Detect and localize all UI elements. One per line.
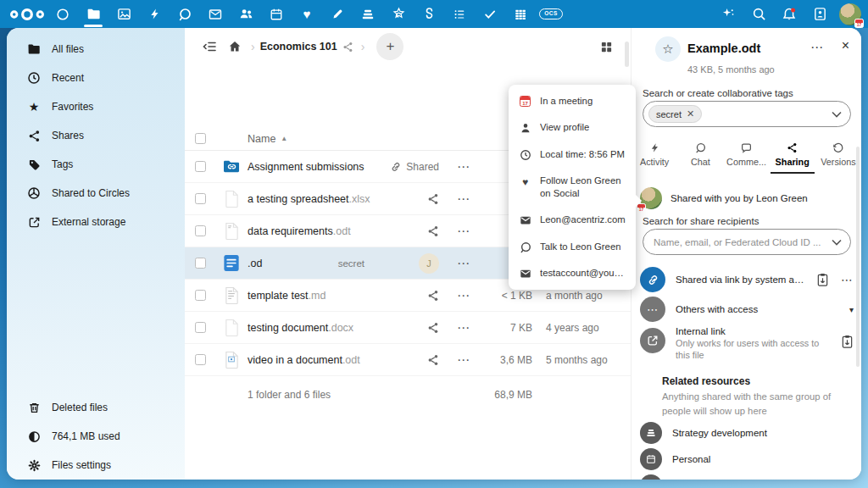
deck-icon[interactable]	[353, 0, 383, 28]
sidebar-item-quota[interactable]: 764,1 MB used	[7, 422, 185, 451]
search-icon[interactable]	[743, 0, 774, 28]
tag-chip[interactable]: secret✕	[648, 105, 702, 123]
s-app-icon[interactable]	[414, 0, 444, 28]
menu-item-follow-social[interactable]: ♥ Follow Leon Green on Social	[509, 168, 636, 208]
favorite-star-icon[interactable]: ☆	[655, 36, 681, 62]
tab-activity[interactable]: Activity	[632, 136, 677, 174]
close-icon[interactable]: ×	[842, 38, 849, 53]
file-row[interactable]: testing document.docx ⋯ 7 KB 4 years ago	[185, 312, 631, 344]
row-actions-icon[interactable]: ⋯	[449, 224, 478, 239]
copy-link-icon[interactable]	[816, 273, 829, 287]
home-icon[interactable]	[222, 34, 248, 59]
collapse-sidebar-icon[interactable]	[197, 34, 222, 59]
share-action[interactable]	[368, 193, 449, 205]
row-actions-icon[interactable]: ⋯	[449, 159, 478, 175]
share-recipient-input[interactable]	[654, 237, 832, 247]
row-actions-icon[interactable]: ⋯	[449, 320, 478, 336]
select-all-checkbox[interactable]	[195, 133, 206, 144]
link-share-actions-icon[interactable]: ⋯	[841, 273, 854, 286]
sidebar-item-deleted-files[interactable]: Deleted files	[7, 393, 185, 422]
sharer-avatar[interactable]: 17	[640, 187, 662, 209]
row-actions-icon[interactable]: ⋯	[449, 256, 478, 271]
menu-item-local-time[interactable]: Local time: 8:56 PM	[509, 141, 636, 168]
related-resource-item[interactable]: Strategy development	[640, 422, 767, 444]
grid-view-toggle-icon[interactable]	[593, 34, 619, 59]
share-action[interactable]	[368, 354, 449, 366]
talk-icon[interactable]	[170, 0, 200, 28]
breadcrumb-folder[interactable]: Economics 101	[259, 41, 339, 53]
file-row[interactable]: video in a document.odt ⋯ 3,6 MB 5 month…	[185, 344, 631, 376]
others-access-icon: ⋯	[640, 297, 665, 322]
internal-link-row[interactable]: Internal link Only works for users with …	[640, 326, 854, 361]
tab-versions[interactable]: Versions	[815, 136, 861, 174]
link-share-row[interactable]: Shared via link by system adm... ⋯	[640, 267, 854, 292]
files-icon[interactable]	[78, 0, 108, 28]
remove-tag-icon[interactable]: ✕	[687, 108, 694, 119]
sidebar-item-shares[interactable]: Shares	[7, 121, 185, 150]
file-list-scrollbar[interactable]	[625, 42, 629, 67]
tags-input[interactable]: secret✕	[643, 101, 851, 127]
row-actions-icon[interactable]: ⋯	[449, 191, 478, 207]
dashboard-icon[interactable]	[47, 0, 78, 28]
tab-chat[interactable]: Chat	[677, 136, 723, 174]
tables-icon[interactable]	[505, 0, 536, 28]
sidebar-item-recent[interactable]: Recent	[7, 64, 185, 92]
share-action[interactable]	[368, 290, 449, 302]
heart-icon[interactable]: ♥	[292, 0, 322, 28]
notifications-bell-icon[interactable]	[774, 0, 804, 28]
user-avatar[interactable]: 17	[839, 3, 861, 25]
chevron-down-icon[interactable]	[832, 111, 842, 118]
related-resource-item[interactable]: Personal	[640, 448, 710, 470]
expand-caret-icon[interactable]: ▾	[849, 305, 854, 314]
menu-item-meeting-status[interactable]: 17 In a meeting	[509, 88, 636, 114]
row-checkbox[interactable]	[195, 322, 206, 333]
row-checkbox[interactable]	[195, 193, 206, 204]
row-actions-icon[interactable]: ⋯	[449, 288, 478, 303]
contacts-menu-icon[interactable]	[804, 0, 835, 28]
mail-icon[interactable]	[200, 0, 231, 28]
row-checkbox[interactable]	[195, 290, 206, 301]
assistant-icon[interactable]	[713, 0, 743, 28]
chevron-down-icon[interactable]	[832, 239, 842, 246]
sidebar-item-tags[interactable]: Tags	[7, 150, 185, 179]
tab-comments[interactable]: Comme...	[723, 136, 769, 174]
contacts-icon[interactable]	[231, 0, 261, 28]
activity-icon[interactable]	[139, 0, 170, 28]
shared-status[interactable]: Shared	[368, 161, 449, 173]
menu-item-email-alt[interactable]: testaccount@yourit....	[509, 260, 636, 286]
row-checkbox[interactable]	[195, 258, 206, 269]
row-checkbox[interactable]	[195, 161, 206, 172]
row-actions-icon[interactable]: ⋯	[449, 352, 478, 368]
share-action[interactable]	[368, 322, 449, 334]
sidebar-item-shared-to-circles[interactable]: Shared to Circles	[7, 179, 185, 208]
approve-check-icon[interactable]	[475, 0, 505, 28]
sidebar-item-files-settings[interactable]: Files settings	[7, 451, 185, 480]
sidebar-item-all-files[interactable]: All files	[7, 35, 185, 64]
collectives-icon[interactable]	[383, 0, 414, 28]
photos-icon[interactable]	[108, 0, 139, 28]
related-resource-item[interactable]: Personal	[640, 474, 710, 480]
folder-shared-indicator-icon[interactable]	[339, 34, 358, 59]
menu-item-view-profile[interactable]: View profile	[509, 114, 636, 141]
share-action[interactable]	[368, 225, 449, 237]
details-scrollbar[interactable]	[856, 147, 860, 367]
others-with-access-row[interactable]: ⋯ Others with access ▾	[640, 297, 854, 322]
menu-item-talk[interactable]: Talk to Leon Green	[509, 234, 636, 260]
tab-sharing[interactable]: Sharing	[770, 136, 815, 174]
nextcloud-logo-icon[interactable]	[8, 0, 47, 28]
notes-icon[interactable]	[322, 0, 353, 28]
ocs-app-icon[interactable]: OCS	[536, 0, 566, 28]
sidebar-item-favorites[interactable]: ★ Favorites	[7, 92, 185, 121]
details-actions-icon[interactable]: ⋯	[810, 40, 824, 55]
new-file-button[interactable]: +	[376, 33, 403, 60]
tasks-icon[interactable]	[444, 0, 475, 28]
menu-item-email[interactable]: Leon@acentriz.com	[509, 207, 636, 233]
sort-asc-icon: ▲	[281, 135, 287, 142]
row-checkbox[interactable]	[195, 225, 206, 236]
share-recipient-field[interactable]	[643, 229, 851, 255]
copy-internal-link-icon[interactable]	[841, 335, 854, 349]
calendar-icon[interactable]	[261, 0, 292, 28]
sidebar-item-external-storage[interactable]: External storage	[7, 208, 185, 236]
row-checkbox[interactable]	[195, 354, 206, 365]
sharee-avatar[interactable]: J	[368, 253, 449, 274]
